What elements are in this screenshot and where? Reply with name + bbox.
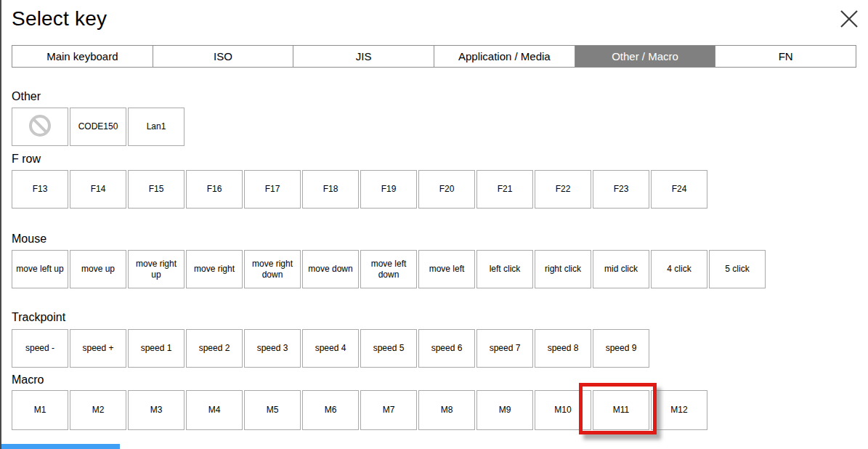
key-button-move-left[interactable]: move left [418,250,475,288]
key-button-f13[interactable]: F13 [12,170,68,209]
page-title: Select key [12,7,107,31]
close-icon [840,9,859,31]
key-button-move-left-up[interactable]: move left up [12,250,68,288]
key-button-right-click[interactable]: right click [535,250,591,288]
key-button-f16[interactable]: F16 [186,170,243,209]
tab-application-media[interactable]: Application / Media [434,46,575,67]
key-button-m2[interactable]: M2 [70,390,126,430]
key-button-speed[interactable]: speed - [12,329,68,368]
key-button-f22[interactable]: F22 [535,170,591,209]
key-button-code150[interactable]: CODE150 [70,108,126,146]
key-button-f20[interactable]: F20 [418,170,475,209]
key-button-left-click[interactable]: left click [476,250,533,288]
key-button-4-click[interactable]: 4 click [651,250,707,288]
window-left-edge [0,0,1,449]
key-button-f19[interactable]: F19 [360,170,417,209]
key-button-move-up[interactable]: move up [70,250,126,288]
key-button-m10[interactable]: M10 [535,390,591,430]
section-label-macro: Macro [12,373,44,387]
key-button-move-right-up[interactable]: move right up [128,250,184,288]
key-row-macro: M1M2M3M4M5M6M7M8M9M10M11M12 [12,390,707,430]
key-button-speed-4[interactable]: speed 4 [302,329,359,368]
tab-main-keyboard[interactable]: Main keyboard [12,46,153,67]
key-button-m9[interactable]: M9 [476,390,533,430]
key-button-m1[interactable]: M1 [12,390,68,430]
key-button-speed-8[interactable]: speed 8 [535,329,591,368]
key-button-m12[interactable]: M12 [651,390,707,430]
key-button-speed-7[interactable]: speed 7 [476,329,533,368]
tab-other-macro[interactable]: Other / Macro [575,46,716,67]
key-row-f-row: F13F14F15F16F17F18F19F20F21F22F23F24 [12,170,707,209]
section-label-other: Other [12,90,41,103]
key-button-prohibition[interactable] [12,108,68,146]
key-button-speed-3[interactable]: speed 3 [244,329,301,368]
key-button-f24[interactable]: F24 [651,170,707,209]
key-button-f23[interactable]: F23 [593,170,649,209]
key-button-5-click[interactable]: 5 click [709,250,766,288]
key-button-m3[interactable]: M3 [128,390,184,430]
key-button-m11[interactable]: M11 [593,390,649,430]
tab-fn[interactable]: FN [715,46,856,67]
key-button-speed-2[interactable]: speed 2 [186,329,243,368]
section-label-mouse: Mouse [12,232,46,246]
key-button-speed-5[interactable]: speed 5 [360,329,417,368]
key-button-speed-6[interactable]: speed 6 [418,329,475,368]
key-button-m5[interactable]: M5 [244,390,301,430]
key-button-f21[interactable]: F21 [476,170,533,209]
key-button-f18[interactable]: F18 [302,170,359,209]
key-button-speed-1[interactable]: speed 1 [128,329,184,368]
tab-iso[interactable]: ISO [153,46,294,67]
key-button-m4[interactable]: M4 [186,390,243,430]
key-button-speed[interactable]: speed + [70,329,126,368]
key-button-mid-click[interactable]: mid click [593,250,649,288]
key-button-speed-9[interactable]: speed 9 [593,329,649,368]
key-button-m6[interactable]: M6 [302,390,359,430]
key-button-move-left-down[interactable]: move left down [360,250,417,288]
key-button-move-right[interactable]: move right [186,250,243,288]
tab-bar: Main keyboardISOJISApplication / MediaOt… [12,45,856,68]
key-row-mouse: move left upmove upmove right upmove rig… [12,250,766,288]
key-button-f14[interactable]: F14 [70,170,126,209]
section-label-f-row: F row [12,153,41,166]
close-button[interactable] [839,10,859,31]
key-button-move-down[interactable]: move down [302,250,359,288]
section-label-trackpoint: Trackpoint [12,311,65,324]
key-row-trackpoint: speed -speed +speed 1speed 2speed 3speed… [12,329,649,368]
key-button-m7[interactable]: M7 [360,390,417,430]
tab-jis[interactable]: JIS [293,46,434,67]
key-button-f15[interactable]: F15 [128,170,184,209]
key-row-other: CODE150Lan1 [12,108,184,146]
key-button-f17[interactable]: F17 [244,170,301,209]
key-button-move-right-down[interactable]: move right down [244,250,301,288]
key-button-m8[interactable]: M8 [418,390,475,430]
bottom-blue-bar [1,444,120,449]
prohibition-icon [28,113,52,140]
key-button-lan1[interactable]: Lan1 [128,108,184,146]
